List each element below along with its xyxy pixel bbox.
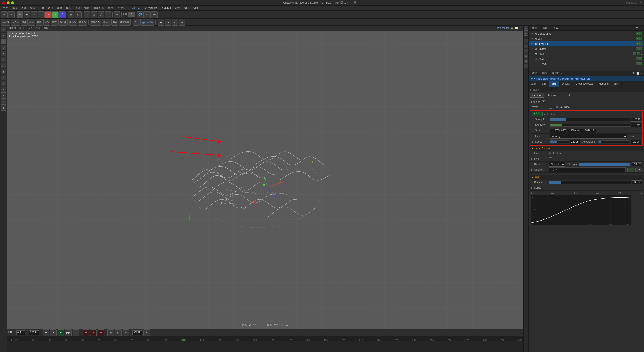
timeline-next-btn[interactable]: ⏭	[73, 329, 79, 336]
menu-mograph[interactable]: 运动图形	[92, 6, 106, 10]
undo-button[interactable]: ↩	[1, 11, 8, 18]
lp-13[interactable]: ⬛	[1, 99, 6, 105]
mode-btn4[interactable]: ↔	[179, 19, 185, 26]
menu-select[interactable]: 选择	[28, 6, 37, 10]
timeline-record3[interactable]: ⏺	[98, 329, 104, 336]
attr-expand-icon[interactable]: ⬜	[636, 72, 639, 75]
mode-btn3[interactable]: ⊙	[172, 19, 178, 26]
object-tool[interactable]: ○	[84, 11, 90, 18]
rotate-tool[interactable]: ↻	[38, 11, 45, 18]
extra-btn[interactable]: ⚙	[144, 11, 151, 18]
xpemitter-check1[interactable]: ✓	[636, 47, 639, 50]
menu-realflow[interactable]: RealFlow	[127, 6, 142, 10]
mode-btn2[interactable]: ●	[165, 19, 171, 26]
select-tool[interactable]: ⊹	[17, 11, 23, 18]
scale-tool[interactable]: ⤢	[31, 11, 37, 18]
close-icon[interactable]	[2, 1, 5, 4]
tb2-11[interactable]: 环境样条	[90, 19, 101, 26]
sub-tab-export[interactable]: Export	[560, 93, 573, 98]
layer-options-header[interactable]: ▼ Layer Options	[530, 146, 643, 151]
size-z-input[interactable]	[580, 129, 596, 133]
lp-14[interactable]: ◐	[1, 105, 6, 111]
blend-strength-input[interactable]	[632, 162, 642, 166]
lp-5[interactable]: ✕	[1, 51, 6, 56]
xpconstraints-check1[interactable]: ✓	[636, 32, 639, 35]
tb2-5[interactable]: 管道	[36, 19, 43, 26]
speed-slider[interactable]	[550, 140, 569, 143]
render-check1[interactable]: ✓	[636, 57, 639, 60]
attr-mode-tab[interactable]: 模式	[530, 71, 539, 76]
timeline-play-btn[interactable]: ▶	[58, 329, 64, 336]
timeline-content[interactable]	[7, 341, 523, 352]
vp-expand-icon[interactable]: ⬜	[515, 27, 518, 29]
rv-8[interactable]: 📷	[524, 64, 528, 68]
size-x-input[interactable]	[550, 129, 566, 133]
cellsize-slider[interactable]	[550, 124, 630, 127]
attr-search-icon[interactable]: 🔍	[632, 72, 635, 75]
tb2-9[interactable]: 圆柱体	[68, 19, 77, 26]
attr-close-icon[interactable]: ✕	[640, 72, 642, 75]
accel-slider[interactable]	[598, 140, 629, 143]
menu-animate[interactable]: 动画	[55, 6, 64, 10]
objects-confirm[interactable]: ✓	[627, 168, 634, 172]
menu-help[interactable]: 帮助	[191, 6, 199, 10]
menu-track[interactable]: 追踪	[83, 6, 91, 10]
rv-1[interactable]: +	[524, 26, 528, 31]
rv-4[interactable]: ↔	[524, 44, 528, 48]
point-tool[interactable]: ·	[105, 11, 111, 18]
invert-checkbox[interactable]	[638, 135, 641, 138]
timeline-btn1[interactable]: ⊞	[107, 329, 114, 336]
obj-item-xpemitter[interactable]: ·● xpEmitter ✓ ✓	[529, 46, 643, 51]
obj-item-xpconstraints[interactable]: ⊕ xpConstraints ✓ ✓	[529, 31, 643, 36]
vp-filter-tab[interactable]: 过滤	[35, 26, 40, 30]
camera-check1[interactable]: ✓	[633, 52, 636, 55]
menu-window[interactable]: 窗口	[182, 6, 190, 10]
vp-panel-tab[interactable]: 面板	[43, 26, 48, 30]
world-tool[interactable]: ⊞	[68, 11, 74, 18]
menu-edit[interactable]: 编辑	[10, 6, 19, 10]
lp-8[interactable]: ◈	[1, 69, 6, 74]
mod-tab-object[interactable]: 对象	[549, 81, 559, 87]
xplimit-check1[interactable]: ✓	[636, 37, 639, 40]
mod-tab-falloff[interactable]: 视域	[611, 81, 622, 87]
obj-item-xpflowfield[interactable]: ≋ xpFlowField ✓ ✓	[529, 41, 643, 46]
vp-display-tab[interactable]: 显示	[19, 26, 24, 30]
lp-7[interactable]: ⬚	[1, 63, 6, 68]
vp-close-icon[interactable]: ✕	[520, 27, 522, 29]
lp-arrow[interactable]: ↖	[1, 27, 6, 32]
z-toggle[interactable]: Z	[59, 11, 66, 18]
mod-tab-mapping[interactable]: Mapping	[596, 81, 611, 87]
timeline-end-input[interactable]	[132, 330, 142, 335]
mode-btn1[interactable]: ▶	[158, 19, 164, 26]
field-dropdown[interactable]: Velocity Position Direction	[550, 134, 627, 139]
xplimit-check2[interactable]: ✓	[639, 37, 642, 40]
mod-tab-groups[interactable]: Groups Affected	[573, 81, 596, 87]
viewport-canvas[interactable]: Number of emitters: 1 Total live particl…	[7, 31, 523, 329]
y-toggle[interactable]: Y	[52, 11, 59, 18]
lp-4[interactable]: ⬡	[1, 45, 6, 50]
speed-input[interactable]	[570, 140, 580, 144]
falloff-dist-input[interactable]	[632, 180, 642, 184]
scene-btn[interactable]: ≡≡	[151, 11, 158, 18]
timeline-back-btn[interactable]: ◀	[50, 329, 57, 336]
falloff-header[interactable]: ▼ 衰减	[530, 175, 643, 180]
minimize-icon[interactable]	[7, 1, 10, 4]
redo-button[interactable]: ↪	[8, 11, 15, 18]
camera-check2[interactable]: ✓	[637, 52, 640, 55]
polygon-tool[interactable]: △	[91, 11, 97, 18]
camera-extra[interactable]: ⊙	[640, 52, 642, 55]
xpflowfield-check2[interactable]: ✓	[639, 42, 642, 45]
timeline-record2[interactable]: ⏺	[90, 329, 97, 336]
tb2-7[interactable]: 平面	[51, 19, 58, 26]
menu-character[interactable]: 角色	[106, 6, 115, 10]
lp-3[interactable]: ⊹	[1, 39, 6, 44]
obj-item-text[interactable]: T 文本 ✓ ✓	[529, 61, 643, 66]
xpconstraints-check2[interactable]: ✓	[639, 32, 642, 35]
obj-close-icon[interactable]: ✕	[640, 27, 642, 29]
mod-tab-coord[interactable]: 坐标	[539, 81, 549, 87]
menu-insydium[interactable]: INSYDIUM	[142, 6, 159, 10]
menu-file[interactable]: 文件	[1, 6, 10, 10]
snap-tool[interactable]: ⊕	[114, 11, 120, 18]
local-tool[interactable]: ⊡	[75, 11, 82, 18]
rv-2[interactable]: −	[524, 31, 528, 36]
